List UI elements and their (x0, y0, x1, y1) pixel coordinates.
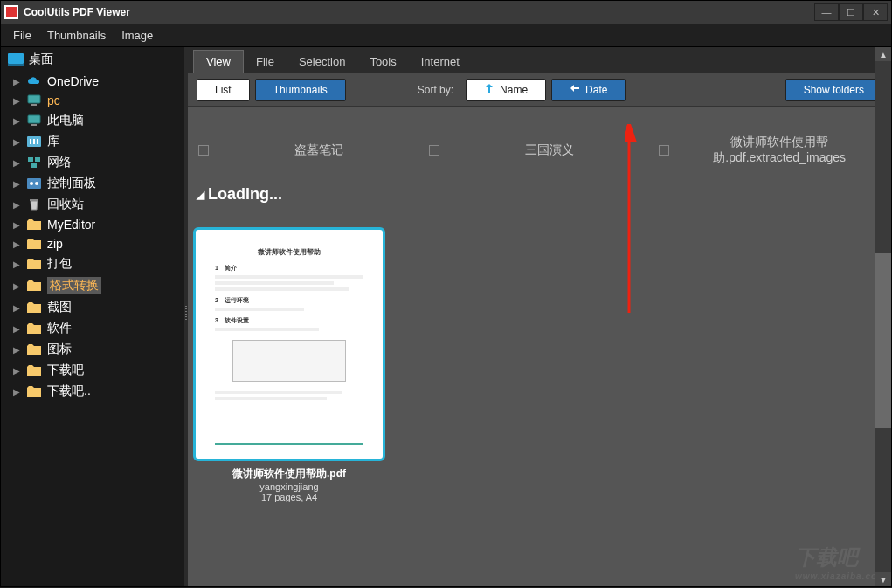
main-panel: View File Selection Tools Internet List … (188, 47, 891, 586)
tab-internet[interactable]: Internet (409, 51, 472, 73)
collapse-icon[interactable]: ◢ (197, 189, 204, 201)
tree-item-7[interactable]: ▶MyEditor (1, 215, 184, 234)
tree-item-label: pc (47, 93, 60, 107)
folder-icon (26, 363, 42, 377)
divider (198, 211, 881, 211)
svg-rect-15 (27, 178, 41, 189)
tree-item-1[interactable]: ▶pc (1, 91, 184, 110)
folder-item[interactable]: 微讲师软件使用帮助.pdf.extracted_images (659, 135, 881, 166)
minimize-button[interactable]: — (814, 3, 839, 21)
maximize-button[interactable]: ☐ (839, 3, 863, 21)
chevron-right-icon: ▶ (13, 220, 24, 230)
tree-item-label: 网络 (47, 155, 72, 170)
tab-view[interactable]: View (193, 50, 244, 73)
chevron-right-icon: ▶ (13, 387, 24, 397)
chevron-right-icon: ▶ (13, 200, 24, 210)
sort-name-button[interactable]: Name (466, 79, 546, 101)
svg-rect-1 (6, 7, 17, 17)
tree-item-4[interactable]: ▶网络 (1, 152, 184, 173)
window-title: CoolUtils PDF Viewer (24, 6, 814, 18)
scroll-down-button[interactable]: ▼ (875, 572, 891, 586)
tree-item-label: 截图 (47, 300, 72, 315)
sort-by-label: Sort by: (418, 84, 453, 96)
vertical-scrollbar[interactable]: ▲ ▼ (875, 47, 891, 586)
chevron-right-icon: ▶ (13, 366, 24, 376)
thumbnail-frame: 微讲师软件使用帮助 1 简介 2 运行环境 3 软件设置 (193, 227, 385, 461)
tree-item-9[interactable]: ▶打包 (1, 253, 184, 274)
tree-item-8[interactable]: ▶zip (1, 234, 184, 253)
network-icon (26, 156, 42, 169)
tree-item-6[interactable]: ▶回收站 (1, 194, 184, 215)
tree-item-10[interactable]: ▶格式转换 (1, 274, 184, 297)
tree-item-12[interactable]: ▶软件 (1, 318, 184, 339)
pc-icon (26, 93, 42, 107)
tree-item-11[interactable]: ▶截图 (1, 297, 184, 318)
chevron-right-icon: ▶ (13, 179, 24, 189)
toolbar: List Thumbnails Sort by: Name Date Show … (188, 73, 891, 107)
chevron-right-icon: ▶ (13, 345, 24, 355)
tree-item-label: OneDrive (47, 74, 99, 88)
svg-rect-13 (35, 157, 40, 162)
folder-item[interactable]: 三国演义 (429, 135, 651, 166)
close-button[interactable]: ✕ (863, 3, 888, 21)
tree-item-15[interactable]: ▶下载吧.. (1, 381, 184, 402)
tree-item-label: 控制面板 (47, 176, 96, 191)
checkbox[interactable] (429, 145, 439, 156)
thumbnail-pages: 17 pages, A4 (193, 492, 385, 502)
show-folders-button[interactable]: Show folders (785, 79, 882, 101)
chevron-right-icon: ▶ (13, 77, 24, 86)
chevron-right-icon: ▶ (13, 116, 24, 126)
checkbox[interactable] (198, 145, 209, 156)
tree-item-13[interactable]: ▶图标 (1, 339, 184, 360)
tree-item-label: 库 (47, 134, 59, 149)
folder-row: 盗墓笔记 三国演义 微讲师软件使用帮助.pdf.extracted_images (198, 135, 881, 166)
tree-item-14[interactable]: ▶下载吧 (1, 360, 184, 381)
tree-item-label: MyEditor (47, 218, 95, 232)
pdf-thumbnail[interactable]: 微讲师软件使用帮助 1 简介 2 运行环境 3 软件设置 微讲师软件使用帮助.p… (193, 227, 385, 502)
folder-icon (26, 384, 42, 398)
tree-item-0[interactable]: ▶OneDrive (1, 72, 184, 91)
menu-image[interactable]: Image (121, 29, 153, 42)
sort-date-button[interactable]: Date (551, 79, 626, 101)
tab-selection[interactable]: Selection (287, 51, 357, 73)
folder-item[interactable]: 盗墓笔记 (198, 135, 420, 166)
menu-file[interactable]: File (13, 29, 31, 42)
tree-item-label: 回收站 (47, 197, 84, 212)
chevron-right-icon: ▶ (13, 158, 24, 168)
recycle-icon (26, 197, 42, 211)
chevron-right-icon: ▶ (13, 239, 24, 249)
tree-item-5[interactable]: ▶控制面板 (1, 173, 184, 194)
tree-item-label: 图标 (47, 342, 72, 357)
tree-item-2[interactable]: ▶此电脑 (1, 110, 184, 131)
menu-thumbnails[interactable]: Thumbnails (47, 29, 106, 42)
pc-icon (26, 114, 42, 128)
cloud-icon (26, 74, 42, 88)
titlebar: CoolUtils PDF Viewer — ☐ ✕ (0, 0, 892, 24)
tab-file[interactable]: File (244, 51, 287, 73)
folder-lib-icon (26, 135, 42, 149)
tree-item-label: 下载吧.. (47, 384, 91, 399)
tree-item-label: 打包 (47, 256, 72, 272)
tree-root-desktop[interactable]: 桌面 (1, 47, 184, 72)
tab-tools[interactable]: Tools (357, 51, 408, 73)
chevron-right-icon: ▶ (13, 259, 24, 269)
list-button[interactable]: List (197, 79, 250, 101)
svg-rect-6 (28, 115, 40, 123)
scroll-up-button[interactable]: ▲ (875, 47, 891, 61)
svg-rect-3 (8, 64, 24, 66)
folder-icon (26, 218, 42, 232)
page-preview: 微讲师软件使用帮助 1 简介 2 运行环境 3 软件设置 (201, 235, 377, 453)
tree-item-label: 格式转换 (47, 277, 101, 294)
sidebar: 桌面 ▶OneDrive▶pc▶此电脑▶库▶网络▶控制面板▶回收站▶MyEdit… (1, 47, 184, 586)
svg-rect-14 (31, 163, 37, 168)
scroll-thumb[interactable] (875, 253, 891, 428)
thumbnails-button[interactable]: Thumbnails (255, 79, 346, 101)
chevron-right-icon: ▶ (13, 303, 24, 313)
watermark: 下载吧 www.xiazaiba.com (795, 543, 886, 581)
chevron-right-icon: ▶ (13, 137, 24, 147)
checkbox[interactable] (659, 145, 669, 156)
tree-item-3[interactable]: ▶库 (1, 131, 184, 152)
svg-rect-11 (37, 139, 38, 144)
tree-item-label: 软件 (47, 321, 72, 336)
svg-rect-12 (28, 157, 33, 162)
